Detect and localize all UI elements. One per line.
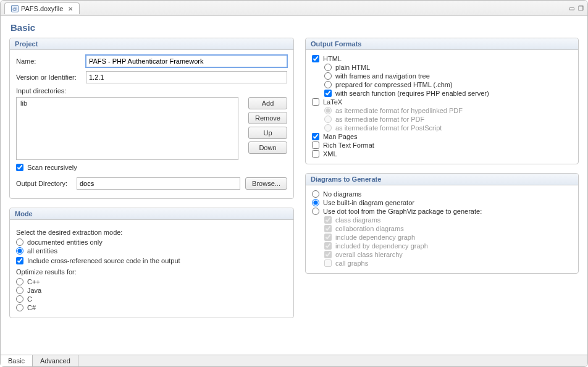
version-input[interactable] — [86, 71, 287, 83]
radio-html-frames-label: with frames and navigation tree — [335, 72, 430, 80]
radio-html-frames[interactable] — [324, 72, 332, 80]
editor-tab[interactable]: PAFS.doxyfile ✕ — [4, 2, 80, 14]
add-button[interactable]: Add — [248, 97, 287, 109]
group-output-formats: Output Formats HTML plain HTML with fram… — [305, 38, 579, 164]
tab-advanced[interactable]: Advanced — [33, 355, 78, 366]
man-label: Man Pages — [323, 133, 358, 140]
hierarchy-checkbox — [324, 251, 332, 258]
radio-documented-only[interactable] — [16, 238, 23, 246]
minimize-icon[interactable]: ▭ — [569, 5, 574, 12]
list-item[interactable]: lib — [19, 99, 235, 108]
radio-documented-only-label: documented entities only — [27, 238, 103, 246]
radio-latex-ps-label: as itermediate format for PostScript — [335, 124, 442, 132]
radio-java[interactable] — [16, 287, 23, 294]
remove-button[interactable]: Remove — [248, 112, 287, 124]
up-button[interactable]: Up — [248, 127, 287, 139]
maximize-icon[interactable]: ❐ — [578, 5, 584, 12]
group-project-header: Project — [10, 38, 293, 50]
radio-cpp[interactable] — [16, 278, 23, 285]
class-diagrams-checkbox — [324, 216, 332, 224]
optimize-label: Optimize results for: — [16, 268, 287, 276]
radio-csharp-label: C# — [27, 304, 36, 311]
radio-java-label: Java — [27, 287, 41, 294]
call-graphs-label: call graphs — [335, 259, 368, 267]
xml-label: XML — [323, 150, 337, 158]
browse-button[interactable]: Browse... — [245, 177, 287, 190]
latex-checkbox[interactable] — [312, 98, 319, 106]
close-icon[interactable]: ✕ — [68, 6, 73, 12]
output-dir-input[interactable] — [77, 177, 240, 190]
html-label: HTML — [323, 55, 342, 62]
radio-c-label: C — [27, 295, 32, 303]
incdep-checkbox — [324, 234, 332, 241]
group-output-formats-header: Output Formats — [306, 38, 578, 50]
editor-titlebar: PAFS.doxyfile ✕ ▭ ❐ — [1, 1, 587, 16]
radio-dot[interactable] — [312, 208, 319, 215]
rtf-checkbox[interactable] — [312, 141, 319, 149]
radio-latex-hyper-label: as itermediate format for hypedlinked PD… — [335, 107, 463, 114]
radio-all-entities-label: all entities — [27, 247, 57, 255]
radio-no-diagrams-label: No diagrams — [323, 190, 361, 198]
group-diagrams-header: Diagrams to Generate — [306, 174, 578, 185]
incdep-label: include dependency graph — [335, 234, 415, 241]
page-title: Basic — [9, 21, 579, 38]
collab-diagrams-label: collaboration diagrams — [335, 225, 404, 232]
xml-checkbox[interactable] — [312, 150, 319, 158]
radio-no-diagrams[interactable] — [312, 190, 319, 198]
input-dirs-label: Input directories: — [16, 87, 287, 95]
bottom-tabs: Basic Advanced — [1, 355, 587, 366]
hierarchy-label: overall class hierarchy — [335, 251, 403, 258]
editor-tab-label: PAFS.doxyfile — [21, 5, 63, 12]
man-checkbox[interactable] — [312, 133, 319, 140]
html-checkbox[interactable] — [312, 55, 319, 62]
name-label: Name: — [16, 57, 81, 65]
down-button[interactable]: Down — [248, 141, 287, 154]
html-search-label: with search function (requires PHP enabl… — [335, 90, 489, 97]
radio-html-chm[interactable] — [324, 81, 332, 88]
radio-cpp-label: C++ — [27, 278, 40, 285]
radio-latex-hyper — [324, 107, 332, 114]
radio-all-entities[interactable] — [16, 247, 23, 255]
name-input[interactable] — [86, 55, 287, 67]
output-dir-label: Output Directory: — [16, 180, 72, 187]
radio-builtin-label: Use built-in diagram generator — [323, 199, 414, 206]
tab-basic[interactable]: Basic — [1, 355, 33, 366]
radio-latex-ps — [324, 124, 332, 132]
radio-html-plain[interactable] — [324, 64, 332, 71]
radio-dot-label: Use dot tool from the GraphViz package t… — [323, 208, 482, 215]
group-diagrams: Diagrams to Generate No diagrams Use bui… — [305, 173, 579, 274]
rtf-label: Rich Text Format — [323, 141, 374, 149]
radio-csharp[interactable] — [16, 304, 23, 311]
scan-recursively-label: Scan recursively — [27, 164, 77, 171]
radio-latex-pdf — [324, 116, 332, 123]
include-xref-checkbox[interactable] — [16, 257, 23, 264]
radio-html-plain-label: plain HTML — [335, 64, 370, 71]
call-graphs-checkbox — [324, 259, 332, 267]
radio-html-chm-label: prepared for compressed HTML (.chm) — [335, 81, 453, 88]
collab-diagrams-checkbox — [324, 225, 332, 232]
incby-checkbox — [324, 242, 332, 250]
radio-builtin[interactable] — [312, 199, 319, 206]
input-dirs-list[interactable]: lib — [16, 97, 238, 160]
version-label: Version or Identifier: — [16, 74, 81, 81]
html-search-checkbox[interactable] — [324, 90, 332, 97]
radio-c[interactable] — [16, 295, 23, 303]
scan-recursively-checkbox[interactable] — [16, 164, 23, 171]
group-project: Project Name: Version or Identifier: Inp… — [9, 38, 294, 199]
incby-label: included by dependency graph — [335, 242, 428, 250]
group-mode-header: Mode — [10, 208, 293, 220]
radio-latex-pdf-label: as itermediate format for PDF — [335, 116, 424, 123]
doxyfile-icon — [11, 5, 19, 12]
mode-select-label: Select the desired extraction mode: — [16, 229, 287, 236]
class-diagrams-label: class diagrams — [335, 216, 380, 224]
group-mode: Mode Select the desired extraction mode:… — [9, 208, 294, 318]
include-xref-label: Include cross-referenced source code in … — [27, 257, 180, 264]
latex-label: LaTeX — [323, 98, 342, 106]
